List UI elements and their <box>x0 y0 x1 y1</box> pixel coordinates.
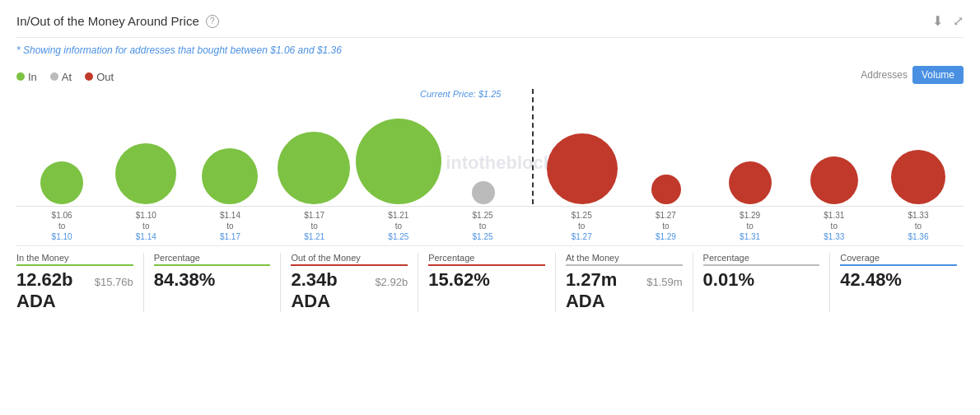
stat-at-value: 1.27m ADA $1.59m <box>566 269 683 312</box>
legend-at-label: At <box>62 71 72 83</box>
legend-out-label: Out <box>96 71 114 83</box>
x-label-8: $1.29to$1.31 <box>708 210 792 242</box>
x-axis: $1.06to$1.10 $1.10to$1.14 $1.14to$1.17 $… <box>16 206 964 242</box>
stat-in-the-money: In the Money 12.62b ADA $15.76b <box>16 253 140 312</box>
stat-at-sub: $1.59m <box>646 276 682 288</box>
bubble-col-7 <box>624 89 708 204</box>
legend-out-dot <box>85 72 93 81</box>
stat-out-pct-value: 15.62% <box>428 269 545 291</box>
divider-3 <box>418 253 418 312</box>
stat-at-pct-value: 0.01% <box>703 269 820 291</box>
bubble-col-4 <box>356 89 441 204</box>
header-icons: ⬇ ⤢ <box>932 13 964 29</box>
stat-out-pct-label: Percentage <box>428 253 545 263</box>
bubble-6 <box>547 133 618 204</box>
x-label-5: $1.25to$1.25 <box>441 210 525 242</box>
download-icon[interactable]: ⬇ <box>932 13 943 29</box>
x-label-4: $1.21to$1.25 <box>357 210 441 242</box>
header: In/Out of the Money Around Price ? ⬇ ⤢ <box>16 13 964 38</box>
stat-out-the-money: Out of the Money 2.34b ADA $2.92b <box>284 253 414 312</box>
bubble-col-9 <box>792 89 876 204</box>
expand-icon[interactable]: ⤢ <box>953 13 964 29</box>
main-container: In/Out of the Money Around Price ? ⬇ ⤢ *… <box>0 0 980 415</box>
stat-out-pct: Percentage 15.62% <box>422 253 552 312</box>
stat-in-pct-label: Percentage <box>154 253 271 263</box>
bubble-9 <box>810 156 858 204</box>
stat-out-sub: $2.92b <box>375 276 408 288</box>
chart-controls: Addresses Volume <box>861 66 964 84</box>
stat-at-label: At the Money <box>566 253 683 263</box>
bubble-3 <box>278 132 350 204</box>
bubble-7 <box>651 175 681 204</box>
stat-out-value: 2.34b ADA $2.92b <box>291 269 408 312</box>
stat-in-underline <box>16 264 133 266</box>
stat-coverage: Coverage 42.48% <box>833 253 964 312</box>
bubble-0 <box>40 161 83 204</box>
x-label-6: $1.25to$1.27 <box>539 210 623 242</box>
stats-row: In the Money 12.62b ADA $15.76b Percenta… <box>16 245 964 312</box>
bubble-col-3 <box>272 89 356 204</box>
x-label-7: $1.27to$1.29 <box>623 210 707 242</box>
legend-in-dot <box>16 72 25 81</box>
stat-in-ada: 12.62b ADA <box>16 269 90 312</box>
bubble-1 <box>115 143 176 204</box>
stat-coverage-value: 42.48% <box>840 269 957 291</box>
legend: In At Out <box>16 71 114 83</box>
stat-at-ada: 1.27m ADA <box>566 269 642 312</box>
bubble-8 <box>729 161 772 204</box>
stat-coverage-label: Coverage <box>840 253 957 263</box>
x-label-9: $1.31to$1.33 <box>792 210 876 242</box>
bubble-col-5 <box>441 89 525 204</box>
divider-1 <box>143 253 144 312</box>
bubble-4 <box>356 119 441 204</box>
x-label-3: $1.17to$1.21 <box>273 210 357 242</box>
divider-4 <box>555 253 556 312</box>
bubble-col-8 <box>708 89 792 204</box>
legend-at-dot <box>50 72 58 81</box>
bubble-col-2 <box>188 89 272 204</box>
divider-6 <box>829 253 830 312</box>
stat-out-underline <box>291 264 408 266</box>
bubble-col-6 <box>540 89 624 204</box>
bubble-col-10 <box>876 89 960 204</box>
stat-in-label: In the Money <box>16 253 133 263</box>
stat-in-pct-value: 84.38% <box>154 269 271 291</box>
stat-coverage-underline <box>840 264 957 266</box>
bubble-10 <box>891 150 945 204</box>
dashed-line <box>532 89 534 204</box>
info-text: * Showing information for addresses that… <box>16 44 964 56</box>
stat-in-pct-underline <box>154 264 271 266</box>
stat-at-pct-label: Percentage <box>703 253 820 263</box>
legend-out: Out <box>85 71 114 83</box>
legend-in: In <box>16 71 37 83</box>
bubble-col-1 <box>104 89 188 204</box>
stat-at-pct: Percentage 0.01% <box>697 253 827 312</box>
addresses-label: Addresses <box>861 69 908 81</box>
header-left: In/Out of the Money Around Price ? <box>16 14 219 28</box>
bubble-col-0 <box>20 89 104 204</box>
page-title: In/Out of the Money Around Price <box>16 14 199 28</box>
stat-out-ada: 2.34b ADA <box>291 269 370 312</box>
volume-button[interactable]: Volume <box>912 66 964 84</box>
x-label-0: $1.06to$1.10 <box>20 210 104 242</box>
stat-out-label: Out of the Money <box>291 253 408 263</box>
stat-out-pct-underline <box>428 264 545 266</box>
chart-area: ◈ intotheblock Current Price: $1.25 <box>16 89 964 237</box>
stat-in-value: 12.62b ADA $15.76b <box>16 269 133 312</box>
stat-at-pct-underline <box>703 264 820 266</box>
x-label-10: $1.33to$1.36 <box>876 210 960 242</box>
stat-at-the-money: At the Money 1.27m ADA $1.59m <box>559 253 689 312</box>
x-label-2: $1.14to$1.17 <box>188 210 272 242</box>
stat-in-pct: Percentage 84.38% <box>147 253 278 312</box>
help-icon[interactable]: ? <box>206 15 219 28</box>
stat-at-underline <box>566 264 683 266</box>
divider-5 <box>693 253 693 312</box>
bubbles-row <box>16 89 964 204</box>
bubble-5 <box>472 181 495 204</box>
price-divider <box>525 89 540 204</box>
legend-at: At <box>50 71 72 83</box>
stat-in-sub: $15.76b <box>95 276 133 288</box>
x-label-1: $1.10to$1.14 <box>104 210 188 242</box>
bubble-2 <box>202 148 258 204</box>
divider-2 <box>280 253 281 312</box>
